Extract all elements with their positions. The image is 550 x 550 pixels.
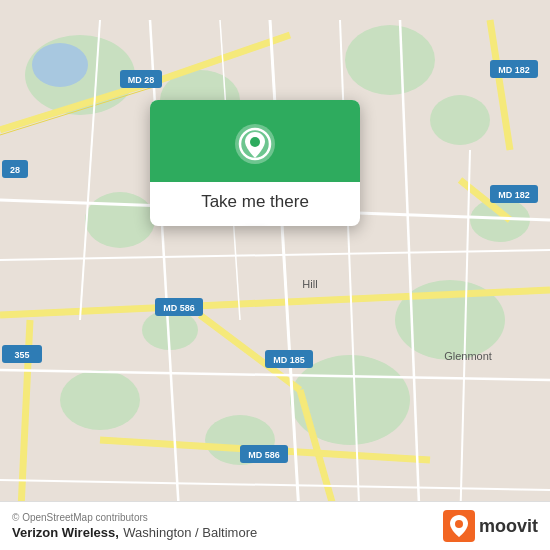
svg-text:Glenmont: Glenmont bbox=[444, 350, 492, 362]
location-region: Washington / Baltimore bbox=[123, 525, 257, 540]
svg-point-3 bbox=[430, 95, 490, 145]
svg-point-2 bbox=[345, 25, 435, 95]
map-container: MD 28 28 MD 182 MD 182 MD 586 355 MD 185… bbox=[0, 0, 550, 550]
svg-point-13 bbox=[32, 43, 88, 87]
moovit-icon bbox=[443, 510, 475, 542]
svg-text:MD 586: MD 586 bbox=[248, 450, 280, 460]
map-attribution: © OpenStreetMap contributors bbox=[12, 512, 257, 523]
svg-text:MD 182: MD 182 bbox=[498, 190, 530, 200]
svg-text:MD 586: MD 586 bbox=[163, 303, 195, 313]
map-background: MD 28 28 MD 182 MD 182 MD 586 355 MD 185… bbox=[0, 0, 550, 550]
svg-text:MD 182: MD 182 bbox=[498, 65, 530, 75]
popup-icon-area bbox=[150, 100, 360, 182]
popup-card: Take me there bbox=[150, 100, 360, 226]
bottom-left: © OpenStreetMap contributors Verizon Wir… bbox=[12, 512, 257, 541]
moovit-text: moovit bbox=[479, 516, 538, 537]
svg-point-9 bbox=[60, 370, 140, 430]
take-me-there-button[interactable]: Take me there bbox=[185, 182, 325, 226]
svg-text:355: 355 bbox=[14, 350, 29, 360]
svg-point-57 bbox=[455, 520, 463, 528]
location-info: Verizon Wireless, Washington / Baltimore bbox=[12, 523, 257, 541]
svg-text:MD 185: MD 185 bbox=[273, 355, 305, 365]
location-pin-icon bbox=[233, 122, 277, 166]
svg-text:Hill: Hill bbox=[302, 278, 317, 290]
svg-point-6 bbox=[85, 192, 155, 248]
location-name: Verizon Wireless, bbox=[12, 525, 119, 540]
svg-text:MD 28: MD 28 bbox=[128, 75, 155, 85]
svg-point-8 bbox=[290, 355, 410, 445]
bottom-bar: © OpenStreetMap contributors Verizon Wir… bbox=[0, 501, 550, 550]
moovit-logo: moovit bbox=[443, 510, 538, 542]
svg-text:28: 28 bbox=[10, 165, 20, 175]
svg-point-55 bbox=[250, 137, 260, 147]
